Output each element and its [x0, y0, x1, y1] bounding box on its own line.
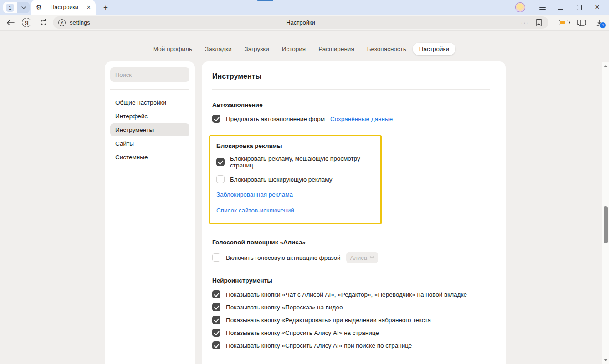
- browser-toolbar: Я Y settings Настройки ··· 1: [0, 15, 609, 31]
- neuro-checkbox-5-checked[interactable]: [212, 341, 220, 349]
- tab-counter-group: 1: [3, 2, 30, 13]
- neuro-label-5: Показывать кнопку «Спросить Алису AI» пр…: [226, 342, 412, 349]
- url-text: settings: [70, 19, 90, 26]
- new-tab-button[interactable]: +: [100, 2, 112, 13]
- nav-tab-settings[interactable]: Настройки: [413, 43, 455, 55]
- nav-tab-security[interactable]: Безопасность: [361, 43, 413, 55]
- chevron-down-icon: [21, 6, 26, 9]
- adblock-row-1: Блокировать рекламу, мешающую просмотру …: [216, 155, 374, 169]
- reload-icon: [40, 19, 47, 26]
- sidebar-item-tools[interactable]: Инструменты: [110, 123, 189, 136]
- gear-icon: ⚙: [36, 4, 42, 10]
- hamburger-icon: [539, 5, 546, 10]
- blocked-ads-link-row: Заблокированная реклама: [216, 190, 374, 199]
- collections-icon: [577, 19, 587, 26]
- sidebar-item-interface[interactable]: Интерфейс: [110, 110, 189, 123]
- collections-button[interactable]: [577, 19, 587, 26]
- adblock-checkbox-checked[interactable]: [216, 158, 225, 166]
- scroll-up-icon: [604, 65, 608, 67]
- reload-button[interactable]: [38, 19, 48, 26]
- page-title: Инструменты: [212, 72, 490, 81]
- back-button[interactable]: [5, 20, 15, 26]
- restore-button[interactable]: [573, 1, 585, 13]
- adblock-label-1: Блокировать рекламу, мешающую просмотру …: [230, 155, 374, 169]
- yandex-logo-button[interactable]: Я: [22, 18, 31, 27]
- alice-row: Включить голосовую активацию фразой Алис…: [212, 252, 490, 263]
- sidebar-item-sites[interactable]: Сайты: [110, 137, 189, 150]
- nav-tab-bookmarks[interactable]: Закладки: [199, 43, 238, 55]
- tab-close-icon[interactable]: ×: [87, 4, 91, 10]
- section-autofill: Автозаполнение Предлагать автозаполнение…: [212, 101, 490, 123]
- chevron-down-icon: [370, 256, 374, 259]
- neuro-checkbox-2-checked[interactable]: [212, 303, 220, 311]
- adblock-heading: Блокировка рекламы: [216, 142, 374, 149]
- browser-tab-settings[interactable]: ⚙ Настройки ×: [31, 0, 96, 15]
- scroll-down-icon: [604, 359, 608, 361]
- section-alice: Голосовой помощник «Алиса» Включить голо…: [212, 239, 490, 263]
- close-icon: ×: [595, 4, 599, 11]
- address-bar[interactable]: Y settings Настройки ···: [53, 16, 548, 29]
- alice-label: Включить голосовую активацию фразой: [226, 254, 341, 261]
- shocking-ads-checkbox-unchecked[interactable]: [216, 175, 225, 183]
- title-divider: [212, 89, 490, 90]
- voice-activation-checkbox-unchecked[interactable]: [212, 253, 220, 262]
- profile-avatar[interactable]: [515, 2, 525, 12]
- toolbar-divider: [553, 19, 553, 26]
- blocked-ads-link[interactable]: Заблокированная реклама: [216, 191, 293, 198]
- neuro-row-5: Показывать кнопку «Спросить Алису AI» пр…: [212, 341, 490, 350]
- bookmark-icon[interactable]: [536, 19, 542, 26]
- neuro-row-3: Показывать кнопку «Редактировать» при вы…: [212, 315, 490, 324]
- neuro-checkbox-4-checked[interactable]: [212, 329, 220, 337]
- tab-count: 1: [6, 4, 14, 12]
- activation-phrase-dropdown[interactable]: Алиса: [346, 252, 378, 263]
- nav-tab-profile[interactable]: Мой профиль: [147, 43, 199, 55]
- settings-content: Инструменты Автозаполнение Предлагать ав…: [202, 61, 506, 364]
- nav-tab-history[interactable]: История: [276, 43, 312, 55]
- window-controls: ×: [515, 0, 606, 15]
- minimize-button[interactable]: [555, 1, 567, 13]
- section-neurotools: Нейроинструменты Показывать кнопки «Чат …: [212, 277, 490, 350]
- tab-counter-button[interactable]: 1: [3, 2, 17, 13]
- tab-list-chevron-button[interactable]: [17, 2, 30, 13]
- nav-tab-extensions[interactable]: Расширения: [312, 43, 361, 55]
- scroll-down-button[interactable]: [602, 357, 609, 363]
- neuro-row-1: Показывать кнопки «Чат с Алисой AI», «Ре…: [212, 290, 490, 299]
- page-scrollbar[interactable]: [602, 62, 609, 364]
- neuro-row-4: Показывать кнопку «Спросить Алису AI» на…: [212, 328, 490, 337]
- window-close-button[interactable]: ×: [591, 1, 603, 13]
- adblock-highlight-box: Блокировка рекламы Блокировать рекламу, …: [209, 135, 382, 224]
- scroll-up-button[interactable]: [602, 63, 609, 69]
- site-exceptions-link[interactable]: Список сайтов-исключений: [216, 207, 294, 214]
- nav-tab-downloads[interactable]: Загрузки: [238, 43, 275, 55]
- minimize-icon: [558, 9, 563, 10]
- section-nav: Мой профиль Закладки Загрузки История Ра…: [0, 43, 602, 55]
- site-favicon-icon: Y: [58, 19, 66, 26]
- neurotools-heading: Нейроинструменты: [212, 277, 490, 284]
- more-actions-icon[interactable]: ···: [521, 19, 529, 26]
- neuro-label-1: Показывать кнопки «Чат с Алисой AI», «Ре…: [226, 291, 467, 298]
- search-input[interactable]: [110, 67, 189, 82]
- scrollbar-thumb[interactable]: [604, 206, 608, 243]
- download-badge: 1: [599, 22, 606, 29]
- saved-data-link[interactable]: Сохранённые данные: [330, 116, 393, 122]
- autofill-checkbox-checked[interactable]: [212, 115, 220, 123]
- settings-sidebar: Общие настройки Интерфейс Инструменты Са…: [105, 61, 195, 364]
- neuro-label-4: Показывать кнопку «Спросить Алису AI» на…: [226, 329, 379, 336]
- restore-icon: [577, 5, 582, 10]
- address-bar-page-title: Настройки: [53, 19, 548, 26]
- battery-saver-icon[interactable]: [559, 20, 568, 25]
- neuro-checkbox-3-checked[interactable]: [212, 316, 220, 324]
- settings-page: Мой профиль Закладки Загрузки История Ра…: [0, 31, 609, 364]
- sidebar-item-general[interactable]: Общие настройки: [110, 96, 189, 109]
- autofill-label: Предлагать автозаполнение форм: [226, 116, 325, 122]
- dropdown-value: Алиса: [350, 254, 367, 261]
- sidebar-item-system[interactable]: Системные: [110, 151, 189, 164]
- neuro-checkbox-1-checked[interactable]: [212, 290, 220, 298]
- adblock-label-2: Блокировать шокирующую рекламу: [230, 176, 332, 183]
- neuro-label-3: Показывать кнопку «Редактировать» при вы…: [226, 317, 431, 324]
- browser-menu-button[interactable]: [537, 1, 548, 13]
- neuro-label-2: Показывать кнопку «Пересказ» на видео: [226, 304, 343, 311]
- browser-tab-bar: 1 ⚙ Настройки × + ×: [0, 0, 609, 15]
- downloads-button[interactable]: 1: [594, 19, 604, 26]
- autofill-row: Предлагать автозаполнение форм Сохранённ…: [212, 114, 490, 123]
